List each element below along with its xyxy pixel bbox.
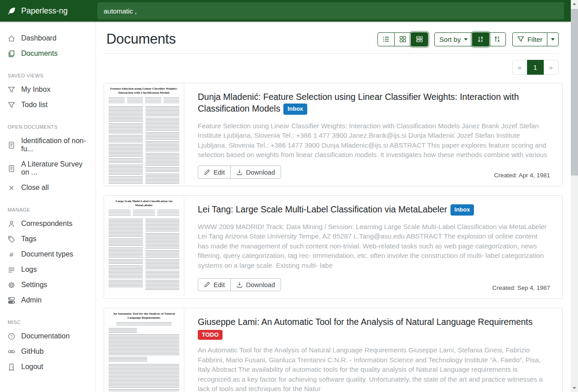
tag-badge[interactable]: Inbox (451, 204, 474, 216)
edit-button[interactable]: Edit (198, 166, 231, 179)
sidebar-item-settings[interactable]: Settings (0, 277, 96, 293)
sidebar-item-logout[interactable]: Logout (0, 359, 96, 374)
pagination-next-button[interactable]: » (544, 60, 559, 75)
detail-list-icon (416, 36, 423, 43)
sidebar-item-label: Documents (21, 50, 58, 58)
download-icon (236, 169, 243, 176)
home-icon (8, 35, 15, 42)
sidebar-item-document-types[interactable]: # Document types (0, 247, 96, 262)
sidebar-item-label: GitHub (21, 347, 44, 356)
brand-title: Paperless-ng (21, 6, 68, 16)
sidebar-item-documents[interactable]: Documents (0, 46, 96, 61)
document-thumbnail[interactable]: An Automatic Tool for the Analysis of Na… (104, 308, 184, 392)
documents-toolbar: Sort by AZ ZA Filter (378, 32, 559, 46)
thumbnail-text (109, 106, 179, 185)
sidebar-item-close-all[interactable]: Close all (0, 180, 96, 195)
file-text-icon (8, 165, 15, 172)
scrollbar-thumb[interactable] (571, 9, 578, 176)
sort-descending-button[interactable]: AZ (472, 32, 489, 46)
sort-alpha-up-icon: ZA (494, 36, 501, 43)
sidebar-item-label: Correspondents (21, 220, 73, 228)
pagination-page-1[interactable]: 1 (527, 60, 544, 75)
sidebar-section-saved-views: SAVED VIEWS (0, 73, 96, 78)
sidebar-item-label: Todo list (21, 101, 48, 109)
sidebar-item-my-inbox[interactable]: My Inbox (0, 82, 96, 97)
sidebar-item-open-doc-1[interactable]: Identification of non-fu... (0, 133, 96, 157)
download-button[interactable]: Download (230, 278, 281, 291)
document-excerpt: An Automatic Tool for the Analysis of Na… (198, 345, 550, 392)
document-title-link[interactable]: Lei Tang: Large Scale Multi-Label Classi… (198, 204, 447, 214)
download-button[interactable]: Download (230, 166, 281, 179)
sidebar-item-label: Logs (21, 266, 37, 274)
funnel-icon (8, 86, 15, 94)
sidebar-item-dashboard[interactable]: Dashboard (0, 31, 96, 46)
thumbnail-title: Large Scale Multi-Label Classification v… (109, 199, 179, 207)
sidebar-item-admin[interactable]: Admin (0, 293, 96, 308)
sort-alpha-down-icon: AZ (477, 36, 484, 43)
filter-dropdown-button[interactable] (547, 32, 559, 46)
funnel-icon (517, 36, 524, 43)
document-title-link[interactable]: Giuseppe Lami: An Automatic Tool for the… (198, 317, 532, 327)
tag-badge[interactable]: Inbox (283, 104, 307, 115)
view-small-cards-button[interactable] (378, 32, 395, 46)
document-thumbnail[interactable]: Feature Selection using Linear Classifie… (104, 83, 184, 186)
sort-group: Sort by AZ ZA (434, 32, 506, 46)
sidebar-item-todo-list[interactable]: Todo list (0, 97, 96, 113)
brand-link[interactable]: Paperless-ng (0, 0, 96, 22)
sidebar-item-github[interactable]: GitHub (0, 344, 96, 359)
document-excerpt: Feature Selection using Linear Classifie… (198, 121, 550, 161)
search-value: automatic , (104, 7, 137, 15)
created-date: Created: Sep 4, 1987 (492, 284, 550, 291)
sort-by-button[interactable]: Sort by (434, 32, 473, 46)
global-search-input[interactable]: automatic , (97, 2, 564, 19)
page-title: Documents (106, 31, 176, 47)
thumbnail-text (109, 328, 179, 392)
sidebar-item-label: Documentation (21, 332, 70, 340)
scrollbar-up-arrow[interactable] (571, 0, 578, 8)
sidebar-item-label: Close all (21, 184, 49, 192)
sidebar-item-documentation[interactable]: ? Documentation (0, 329, 96, 344)
toggles-icon (8, 297, 15, 304)
link-icon (8, 348, 15, 356)
document-title-link[interactable]: Dunja Mladenić: Feature Selection using … (198, 92, 519, 113)
document-thumbnail[interactable]: Large Scale Multi-Label Classification v… (104, 196, 184, 298)
person-icon (8, 220, 15, 228)
chevron-down-icon (551, 38, 555, 41)
scrollbar-down-arrow[interactable] (571, 384, 578, 392)
svg-text:?: ? (10, 334, 13, 338)
view-toggle-group (378, 32, 428, 46)
filter-label: Filter (528, 36, 542, 43)
filter-button[interactable]: Filter (512, 32, 547, 46)
document-title: Dunja Mladenić: Feature Selection using … (198, 91, 550, 116)
svg-text:Z: Z (481, 39, 482, 42)
sidebar-item-label: Admin (21, 296, 41, 304)
view-details-button[interactable] (411, 32, 428, 46)
document-title: Lei Tang: Large Scale Multi-Label Classi… (198, 203, 550, 216)
stacked-documents-icon (8, 50, 15, 58)
view-large-cards-button[interactable] (394, 32, 411, 46)
sidebar-item-correspondents[interactable]: Correspondents (0, 216, 96, 231)
document-title: Giuseppe Lami: An Automatic Tool for the… (198, 316, 550, 328)
sidebar-item-label: Settings (21, 281, 47, 289)
pagination-prev-button[interactable]: « (512, 60, 527, 75)
thumbnail-text (109, 219, 179, 292)
tag-icon (8, 235, 15, 243)
x-icon (8, 184, 15, 192)
document-card: Large Scale Multi-Label Classification v… (104, 195, 563, 299)
edit-button[interactable]: Edit (198, 278, 231, 291)
card-actions: Edit Download (198, 166, 281, 179)
sidebar-item-tags[interactable]: Tags (0, 231, 96, 247)
sidebar-item-open-doc-2[interactable]: A Literature Survey on ... (0, 157, 96, 180)
sidebar-item-label: My Inbox (21, 86, 50, 94)
tag-badge[interactable]: TODO (198, 330, 223, 340)
hash-icon: # (8, 251, 15, 258)
document-card: An Automatic Tool for the Analysis of Na… (104, 308, 563, 392)
sidebar-item-logs[interactable]: Logs (0, 262, 96, 277)
svg-text:A: A (481, 36, 483, 39)
pagination: « 1 » (512, 60, 559, 75)
document-badges: TODO (198, 330, 550, 340)
scrollbar[interactable] (571, 0, 578, 392)
sidebar: Dashboard Documents SAVED VIEWS My Inbox (0, 22, 96, 392)
sidebar-section-manage: MANAGE (0, 207, 96, 212)
sort-ascending-button[interactable]: ZA (489, 32, 506, 46)
